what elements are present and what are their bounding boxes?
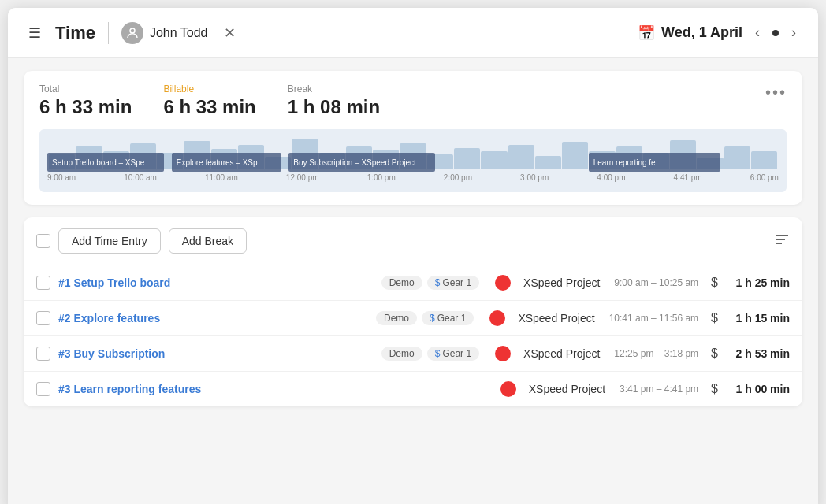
entry-checkbox-3[interactable] <box>36 346 50 361</box>
time-tick: 2:00 pm <box>444 173 472 182</box>
avatar <box>121 22 143 44</box>
table-row: #3 Learn reporting features XSpeed Proje… <box>24 372 802 406</box>
prev-day-button[interactable]: ‹ <box>749 21 766 44</box>
time-tick: 9:00 am <box>47 173 76 182</box>
app-window: ☰ Time John Todd ✕ 📅 Wed, 1 April ‹ › <box>8 8 818 504</box>
entry-checkbox-1[interactable] <box>36 276 50 290</box>
time-range: 9:00 am – 10:25 am <box>614 277 698 288</box>
billable-icon: $ <box>711 311 718 325</box>
entry-duration: 1 h 25 min <box>731 276 790 289</box>
break-stat: Break 1 h 08 min <box>288 83 380 118</box>
gear-tag[interactable]: $ Gear 1 <box>422 311 474 325</box>
time-tick: 11:00 am <box>205 173 238 182</box>
entry-tags: Demo $ Gear 1 <box>381 276 479 290</box>
demo-tag[interactable]: Demo <box>381 346 422 361</box>
demo-tag[interactable]: Demo <box>376 311 417 325</box>
user-area: John Todd <box>121 22 208 44</box>
time-tick: 12:00 pm <box>286 173 319 182</box>
billable-icon: $ <box>711 276 718 290</box>
time-tick: 10:00 am <box>124 173 157 182</box>
summary-row: Total 6 h 33 min Billable 6 h 33 min Bre… <box>39 83 787 129</box>
select-all-checkbox[interactable] <box>36 234 50 248</box>
entry-duration: 2 h 53 min <box>731 347 790 360</box>
project-name: XSpeed Project <box>518 312 594 324</box>
close-user-button[interactable]: ✕ <box>218 21 242 45</box>
break-value: 1 h 08 min <box>288 96 380 118</box>
menu-button[interactable]: ☰ <box>24 20 46 46</box>
time-range: 3:41 pm – 4:41 pm <box>620 384 698 395</box>
billable-icon: $ <box>711 346 718 361</box>
timeline-event-3: Buy Subscription – XSpeed Project <box>288 153 435 172</box>
add-time-entry-button[interactable]: Add Time Entry <box>58 228 161 254</box>
billable-stat: Billable 6 h 33 min <box>163 83 255 118</box>
table-row: #2 Explore features Demo $ Gear 1 XSpeed… <box>24 301 802 336</box>
total-value: 6 h 33 min <box>39 96 132 118</box>
time-tick: 1:00 pm <box>367 173 396 182</box>
timeline-events: Setup Trello board – XSpe Explore featur… <box>47 146 779 169</box>
demo-tag[interactable]: Demo <box>381 276 422 290</box>
entry-checkbox-2[interactable] <box>36 311 50 325</box>
entry-duration: 1 h 15 min <box>731 312 790 324</box>
project-name: XSpeed Project <box>523 276 600 289</box>
time-tick: 4:41 pm <box>674 173 702 182</box>
header-right: 📅 Wed, 1 April ‹ › <box>638 21 802 44</box>
gear-tag[interactable]: $ Gear 1 <box>427 276 479 290</box>
header-left: ☰ Time John Todd ✕ <box>24 20 638 46</box>
svg-point-0 <box>130 28 135 33</box>
entry-number[interactable]: #1 Setup Trello board <box>58 276 170 289</box>
billable-icon: $ <box>711 382 718 396</box>
project-dot <box>495 346 511 361</box>
timeline-event-1: Setup Trello board – XSpe <box>47 153 164 172</box>
project-dot <box>495 275 511 291</box>
table-row: #1 Setup Trello board Demo $ Gear 1 XSpe… <box>24 265 802 301</box>
project-name: XSpeed Project <box>523 347 600 360</box>
billable-label: Billable <box>163 83 255 94</box>
time-tick: 4:00 pm <box>597 173 625 182</box>
time-tick: 6:00 pm <box>750 173 779 182</box>
summary-stats: Total 6 h 33 min Billable 6 h 33 min Bre… <box>39 83 380 118</box>
project-name: XSpeed Project <box>529 383 605 395</box>
header: ☰ Time John Todd ✕ 📅 Wed, 1 April ‹ › <box>8 8 818 58</box>
next-day-button[interactable]: › <box>785 21 802 44</box>
project-dot <box>489 310 505 326</box>
app-title: Time <box>55 23 95 43</box>
today-dot[interactable] <box>772 30 779 36</box>
time-axis: 9:00 am 10:00 am 11:00 am 12:00 pm 1:00 … <box>47 173 779 182</box>
calendar-icon: 📅 <box>638 24 655 42</box>
entry-tags: Demo $ Gear 1 <box>381 346 479 361</box>
gear-tag[interactable]: $ Gear 1 <box>427 346 479 361</box>
timeline-event-4: Learn reporting fe <box>589 153 720 172</box>
timeline-container: Setup Trello board – XSpe Explore featur… <box>39 129 787 192</box>
header-divider <box>108 22 109 44</box>
entry-number[interactable]: #3 Buy Subscription <box>58 347 165 360</box>
date-label: Wed, 1 April <box>661 24 742 41</box>
time-range: 10:41 am – 11:56 am <box>609 313 698 324</box>
project-dot <box>500 381 516 397</box>
entry-number[interactable]: #3 Learn reporting features <box>58 383 201 395</box>
add-break-button[interactable]: Add Break <box>169 228 247 254</box>
summary-card: Total 6 h 33 min Billable 6 h 33 min Bre… <box>24 71 802 205</box>
table-row: #3 Buy Subscription Demo $ Gear 1 XSpeed… <box>24 336 802 372</box>
time-range: 12:25 pm – 3:18 pm <box>614 348 698 359</box>
total-label: Total <box>39 83 132 94</box>
timeline-event-2: Explore features – XSp <box>172 153 281 172</box>
entry-duration: 1 h 00 min <box>731 383 790 395</box>
sort-button[interactable] <box>774 233 790 250</box>
entries-toolbar: Add Time Entry Add Break <box>24 217 802 265</box>
break-label: Break <box>288 83 380 94</box>
time-tick: 3:00 pm <box>520 173 549 182</box>
more-options-button[interactable]: ••• <box>765 83 787 102</box>
total-stat: Total 6 h 33 min <box>39 83 132 118</box>
billable-value: 6 h 33 min <box>163 96 255 118</box>
entry-number[interactable]: #2 Explore features <box>58 312 160 324</box>
entry-checkbox-4[interactable] <box>36 382 50 396</box>
entries-card: Add Time Entry Add Break #1 Setup Trello… <box>24 217 802 406</box>
entry-tags: Demo $ Gear 1 <box>376 311 474 325</box>
main-content: Total 6 h 33 min Billable 6 h 33 min Bre… <box>8 58 818 504</box>
user-name: John Todd <box>150 26 208 40</box>
